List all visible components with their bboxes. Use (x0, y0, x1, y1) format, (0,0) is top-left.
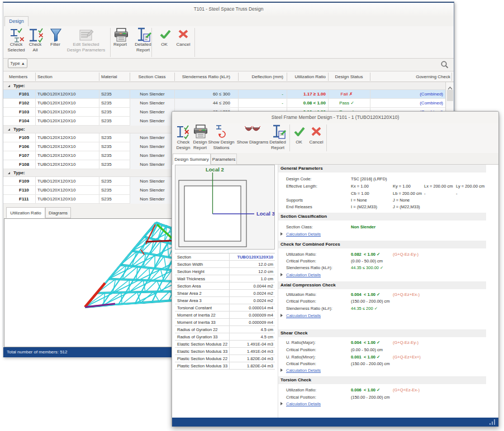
svg-text:Local 3: Local 3 (256, 210, 274, 217)
svg-text:Local 2: Local 2 (206, 166, 224, 173)
